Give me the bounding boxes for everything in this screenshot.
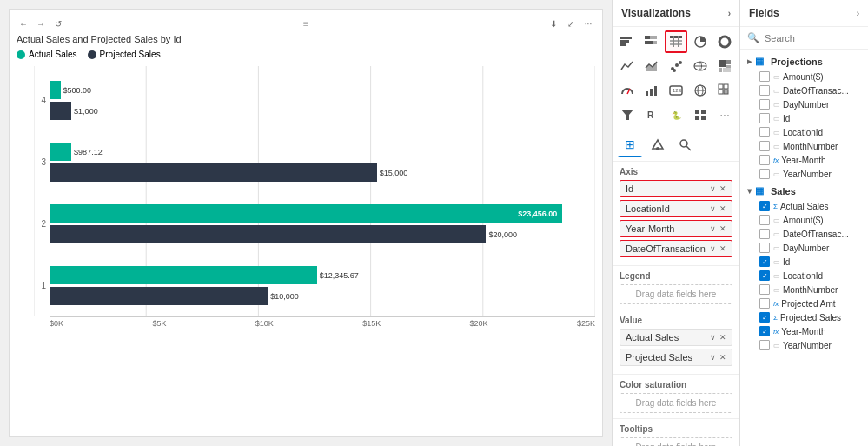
icon-sales-id: ▭: [773, 258, 780, 266]
cb-proj-loc[interactable]: [759, 127, 770, 137]
cb-sales-projamt[interactable]: [759, 298, 770, 309]
viz-icon-table[interactable]: [665, 30, 687, 53]
tree-item-sales-year[interactable]: ▭ YearNumber: [740, 338, 868, 352]
tab-analytics[interactable]: [673, 133, 698, 157]
tree-item-sales-projamt[interactable]: fx Projected Amt: [740, 296, 868, 310]
cb-sales-id[interactable]: ✓: [759, 256, 770, 267]
tree-item-proj-yearmonth[interactable]: fx Year-Month: [740, 153, 868, 167]
tree-item-proj-date[interactable]: ▭ DateOfTransac...: [740, 83, 868, 97]
cb-proj-id[interactable]: [759, 113, 770, 123]
viz-icon-funnel[interactable]: [616, 103, 639, 126]
tree-group-sales-header[interactable]: ▾ ▦ Sales: [740, 183, 868, 199]
axis-field-locationid-close[interactable]: ✕: [719, 204, 726, 213]
cb-sales-loc[interactable]: ✓: [759, 270, 770, 281]
cb-sales-date[interactable]: [759, 229, 770, 239]
viz-icon-python[interactable]: 🐍: [665, 103, 687, 126]
viz-expand-arrow[interactable]: ›: [728, 9, 731, 18]
viz-icon-scatter[interactable]: [665, 55, 687, 77]
axis-field-id-chevron[interactable]: ∨: [710, 184, 716, 193]
tree-item-proj-day[interactable]: ▭ DayNumber: [740, 97, 868, 111]
value-field-actual-chevron[interactable]: ∨: [710, 333, 716, 342]
svg-rect-28: [719, 60, 726, 67]
tree-item-sales-day[interactable]: ▭ DayNumber: [740, 241, 868, 255]
tree-item-proj-loc[interactable]: ▭ LocationId: [740, 125, 868, 139]
value-field-projected[interactable]: Projected Sales ∨ ✕: [620, 349, 732, 366]
cb-proj-amount[interactable]: [759, 71, 770, 82]
cb-sales-yearmonth[interactable]: ✓: [759, 326, 770, 336]
axis-field-dateoftransaction[interactable]: DateOfTransaction ∨ ✕: [620, 240, 732, 257]
viz-icon-line[interactable]: [616, 55, 639, 77]
download-icon[interactable]: ⬇: [547, 17, 560, 30]
axis-field-id[interactable]: Id ∨ ✕: [620, 180, 732, 197]
fields-expand-arrow[interactable]: ›: [857, 9, 859, 18]
tree-item-proj-id[interactable]: ▭ Id: [740, 111, 868, 125]
axis-field-locationid[interactable]: LocationId ∨ ✕: [620, 200, 732, 217]
cb-sales-projsales[interactable]: ✓: [759, 312, 770, 323]
cb-proj-month[interactable]: [759, 141, 770, 151]
tree-item-proj-amount[interactable]: ▭ Amount($): [740, 70, 868, 83]
axis-field-id-close[interactable]: ✕: [719, 184, 726, 193]
axis-field-yearmonth[interactable]: Year-Month ∨ ✕: [620, 220, 732, 237]
viz-icon-gauge[interactable]: [616, 79, 639, 102]
group-icon-projections: ▦: [755, 56, 764, 67]
viz-icon-map[interactable]: [689, 55, 712, 77]
legend-drag-area[interactable]: Drag data fields here: [620, 284, 732, 304]
tree-item-sales-id[interactable]: ✓ ▭ Id: [740, 255, 868, 269]
axis-field-locationid-chevron[interactable]: ∨: [710, 204, 716, 213]
search-input[interactable]: [765, 33, 868, 43]
tree-item-sales-loc[interactable]: ✓ ▭ LocationId: [740, 269, 868, 283]
tree-item-sales-actual[interactable]: ✓ Σ Actual Sales: [740, 199, 868, 213]
axis-field-dateoftransaction-chevron[interactable]: ∨: [710, 244, 716, 253]
value-field-actual-close[interactable]: ✕: [719, 333, 726, 342]
cb-proj-yearmonth[interactable]: [759, 155, 770, 165]
axis-field-yearmonth-close[interactable]: ✕: [719, 224, 726, 233]
viz-icon-more[interactable]: ···: [713, 103, 736, 126]
tree-item-sales-month[interactable]: ▭ MonthNumber: [740, 283, 868, 296]
tree-item-proj-month[interactable]: ▭ MonthNumber: [740, 139, 868, 153]
cb-sales-amount[interactable]: [759, 215, 770, 225]
tree-item-sales-date[interactable]: ▭ DateOfTransac...: [740, 227, 868, 241]
tree-item-sales-yearmonth[interactable]: ✓ fx Year-Month: [740, 324, 868, 338]
viz-icon-r[interactable]: R: [640, 103, 663, 126]
color-sat-drag-area[interactable]: Drag data fields here: [620, 393, 732, 413]
icon-sales-month: ▭: [773, 286, 780, 294]
viz-icon-area[interactable]: [640, 55, 663, 77]
value-label: Value: [620, 316, 732, 325]
cb-sales-year[interactable]: [759, 340, 770, 350]
axis-field-dateoftransaction-close[interactable]: ✕: [719, 244, 726, 253]
viz-icon-bar[interactable]: [616, 30, 639, 53]
tooltip-section: Tooltips Drag data fields here: [613, 418, 739, 446]
cb-sales-actual[interactable]: ✓: [759, 201, 770, 211]
viz-icon-pie[interactable]: [689, 30, 712, 53]
tree-group-projections-header[interactable]: ▸ ▦ Projections: [740, 53, 868, 70]
tab-fields[interactable]: ⊞: [618, 133, 642, 157]
forward-icon[interactable]: →: [34, 17, 48, 30]
tree-item-sales-projsales[interactable]: ✓ Σ Projected Sales: [740, 310, 868, 324]
viz-icon-treemap[interactable]: [713, 55, 736, 77]
tab-format[interactable]: [646, 133, 670, 157]
back-icon[interactable]: ←: [17, 17, 30, 30]
cb-sales-day[interactable]: [759, 243, 770, 253]
svg-rect-8: [620, 37, 632, 39]
tree-item-proj-year[interactable]: ▭ YearNumber: [740, 167, 868, 181]
viz-icon-custom1[interactable]: [689, 103, 712, 126]
reset-icon[interactable]: ↺: [51, 17, 65, 30]
cb-proj-date[interactable]: [759, 85, 770, 96]
value-field-projected-chevron[interactable]: ∨: [710, 353, 716, 362]
viz-icon-stacked-bar[interactable]: [640, 30, 663, 53]
tree-item-sales-amount[interactable]: ▭ Amount($): [740, 213, 868, 227]
axis-field-yearmonth-chevron[interactable]: ∨: [710, 224, 716, 233]
viz-icon-donut[interactable]: [713, 30, 736, 53]
cb-proj-year[interactable]: [759, 169, 770, 179]
viz-icon-card[interactable]: 123: [665, 79, 687, 102]
cb-sales-month[interactable]: [759, 284, 770, 295]
more-icon[interactable]: ···: [581, 17, 595, 30]
viz-icon-kpi[interactable]: [640, 79, 663, 102]
value-field-actual[interactable]: Actual Sales ∨ ✕: [620, 329, 732, 346]
value-field-projected-close[interactable]: ✕: [719, 353, 726, 362]
expand-icon[interactable]: ⤢: [564, 17, 578, 30]
tooltips-drag-area[interactable]: Drag data fields here: [620, 437, 732, 446]
viz-icon-matrix[interactable]: [713, 79, 736, 102]
viz-icon-globe[interactable]: [689, 79, 712, 102]
cb-proj-day[interactable]: [759, 99, 770, 110]
